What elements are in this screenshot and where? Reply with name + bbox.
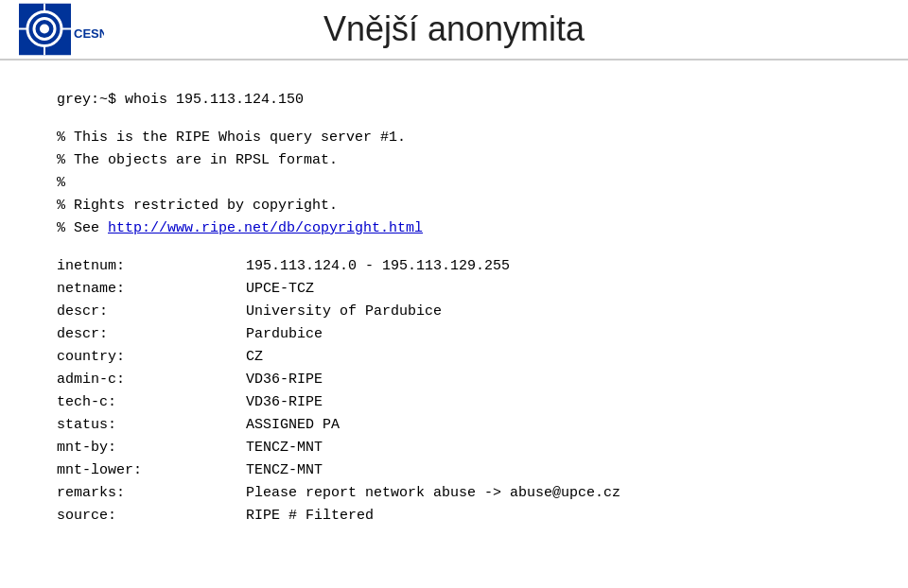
field-value: UPCE-TCZ	[246, 281, 314, 297]
main-content: grey:~$ whois 195.113.124.150 % This is …	[0, 61, 908, 556]
field-value: CZ	[246, 349, 263, 365]
svg-text:CESNET: CESNET	[74, 26, 104, 41]
comment-see-text: % See	[57, 220, 108, 236]
svg-point-3	[40, 25, 49, 34]
field-value: University of Pardubice	[246, 303, 442, 320]
field-name: country:	[57, 346, 246, 369]
command-text: grey:~$ whois 195.113.124.150	[57, 92, 304, 108]
cesnet-logo: CESNET	[19, 4, 104, 56]
data-row: admin-c:VD36-RIPE	[57, 369, 851, 391]
field-name: netname:	[57, 278, 246, 301]
field-value: Pardubice	[246, 326, 323, 342]
field-value: VD36-RIPE	[246, 394, 323, 410]
field-name: mnt-by:	[57, 437, 246, 459]
comment-line-4: % Rights restricted by copyright.	[57, 195, 851, 217]
comment-block: % This is the RIPE Whois query server #1…	[57, 127, 851, 240]
field-value: TENCZ-MNT	[246, 462, 323, 478]
copyright-link[interactable]: http://www.ripe.net/db/copyright.html	[108, 220, 423, 236]
comment-line-3: %	[57, 172, 851, 195]
field-name: source:	[57, 505, 246, 527]
data-row: netname:UPCE-TCZ	[57, 278, 851, 301]
data-block: inetnum:195.113.124.0 - 195.113.129.255n…	[57, 255, 851, 527]
field-value: Please report network abuse -> abuse@upc…	[246, 485, 620, 501]
page-title: Vnější anonymita	[323, 9, 585, 49]
field-name: descr:	[57, 301, 246, 323]
field-name: admin-c:	[57, 369, 246, 391]
field-value: TENCZ-MNT	[246, 440, 323, 456]
data-row: mnt-by:TENCZ-MNT	[57, 437, 851, 459]
field-name: descr:	[57, 323, 246, 346]
field-name: remarks:	[57, 482, 246, 505]
field-value: VD36-RIPE	[246, 372, 323, 388]
page-header: CESNET Vnější anonymita	[0, 0, 908, 61]
data-row: descr:University of Pardubice	[57, 301, 851, 323]
field-value: 195.113.124.0 - 195.113.129.255	[246, 258, 510, 274]
data-row: remarks:Please report network abuse -> a…	[57, 482, 851, 505]
field-name: inetnum:	[57, 255, 246, 278]
field-value: RIPE # Filtered	[246, 508, 374, 524]
comment-line-5: % See http://www.ripe.net/db/copyright.h…	[57, 217, 851, 240]
logo-area: CESNET	[19, 4, 104, 56]
field-name: tech-c:	[57, 391, 246, 414]
data-row: mnt-lower:TENCZ-MNT	[57, 459, 851, 482]
field-name: mnt-lower:	[57, 459, 246, 482]
data-row: status:ASSIGNED PA	[57, 414, 851, 437]
data-row: country:CZ	[57, 346, 851, 369]
comment-line-1: % This is the RIPE Whois query server #1…	[57, 127, 851, 149]
comment-line-2: % The objects are in RPSL format.	[57, 149, 851, 172]
data-row: source:RIPE # Filtered	[57, 505, 851, 527]
command-line: grey:~$ whois 195.113.124.150	[57, 89, 851, 112]
field-name: status:	[57, 414, 246, 437]
data-row: descr:Pardubice	[57, 323, 851, 346]
field-value: ASSIGNED PA	[246, 417, 340, 433]
data-row: inetnum:195.113.124.0 - 195.113.129.255	[57, 255, 851, 278]
data-row: tech-c:VD36-RIPE	[57, 391, 851, 414]
